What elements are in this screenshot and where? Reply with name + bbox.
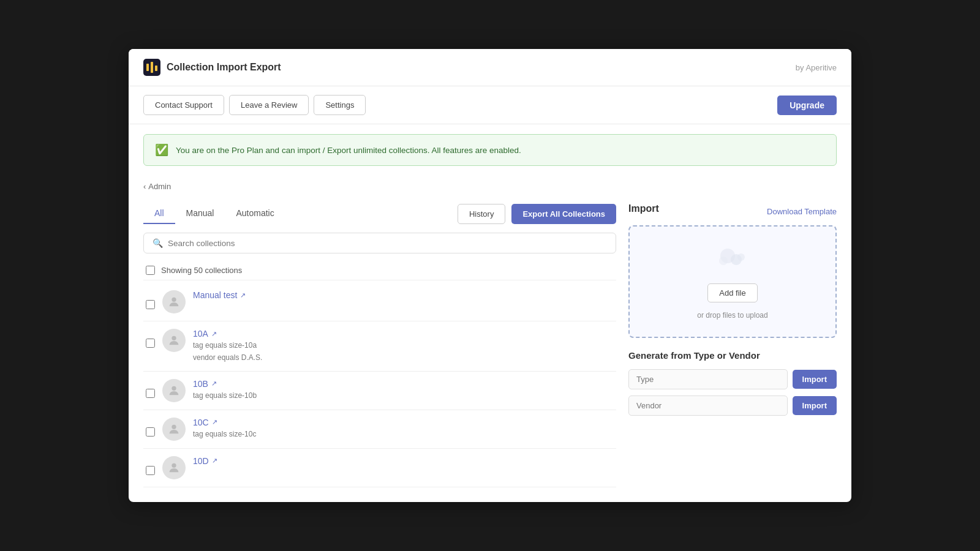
search-input[interactable] (168, 239, 607, 248)
pro-plan-banner: ✅ You are on the Pro Plan and can import… (143, 134, 837, 166)
collection-name-link[interactable]: 10A ↗ (193, 329, 614, 339)
history-button[interactable]: History (458, 204, 505, 224)
app-title: Collection Import Export (167, 62, 281, 73)
avatar (162, 379, 186, 402)
vendor-import-button[interactable]: Import (793, 396, 837, 415)
item-checkbox[interactable] (146, 300, 155, 309)
collection-info: 10B ↗ tag equals size-10b (193, 379, 614, 402)
collection-list: Manual test ↗ 10A ↗ (143, 283, 616, 487)
main-content: All Manual Automatic History Export All … (129, 193, 851, 501)
drop-hint-text: or drop files to upload (642, 311, 823, 320)
tab-manual[interactable]: Manual (175, 203, 225, 224)
collection-name-link[interactable]: 10B ↗ (193, 379, 614, 389)
select-all-checkbox[interactable] (146, 266, 155, 275)
search-bar[interactable]: 🔍 (143, 233, 616, 253)
vendor-row: Import (628, 395, 837, 416)
type-import-button[interactable]: Import (793, 370, 837, 389)
search-icon: 🔍 (153, 238, 163, 248)
app-branding: Collection Import Export (143, 59, 281, 76)
external-link-icon: ↗ (212, 418, 217, 426)
svg-point-12 (737, 253, 745, 261)
item-checkbox[interactable] (146, 389, 155, 398)
showing-count-row: Showing 50 collections (143, 261, 616, 280)
item-checkbox[interactable] (146, 427, 155, 437)
contact-support-button[interactable]: Contact Support (143, 95, 224, 115)
avatar (162, 456, 186, 479)
tab-all[interactable]: All (143, 203, 175, 224)
svg-rect-3 (155, 66, 157, 71)
list-item: 10A ↗ tag equals size-10avendor equals D… (143, 321, 616, 371)
external-link-icon: ↗ (211, 330, 217, 338)
upgrade-button[interactable]: Upgrade (777, 96, 837, 115)
avatar (162, 329, 186, 352)
collection-name-link[interactable]: 10C ↗ (193, 418, 614, 427)
svg-point-11 (719, 257, 728, 265)
generate-section: Generate from Type or Vendor Import Impo… (628, 350, 837, 416)
right-panel: Import Download Template Add file or dro… (628, 203, 837, 487)
collection-info: 10C ↗ tag equals size-10c (193, 418, 614, 440)
tabs-nav: All Manual Automatic (143, 203, 285, 224)
avatar (162, 418, 186, 441)
breadcrumb-label: Admin (148, 182, 171, 191)
type-input[interactable] (628, 369, 788, 389)
export-all-button[interactable]: Export All Collections (511, 204, 616, 224)
toolbar: Contact Support Leave a Review Settings … (129, 86, 851, 124)
add-file-button[interactable]: Add file (707, 283, 757, 302)
collection-meta: tag equals size-10avendor equals D.A.S. (193, 340, 614, 363)
app-header: Collection Import Export by Aperitive (129, 49, 851, 86)
vendor-input[interactable] (628, 395, 788, 416)
svg-rect-2 (151, 62, 153, 73)
brand-suffix: by Aperitive (796, 63, 837, 72)
collection-name-link[interactable]: 10D ↗ (193, 456, 614, 466)
list-item: 10D ↗ (143, 449, 616, 487)
svg-point-4 (172, 298, 176, 302)
banner-message: You are on the Pro Plan and can import /… (176, 146, 521, 155)
collection-info: 10D ↗ (193, 456, 614, 466)
collection-meta: tag equals size-10c (193, 429, 614, 440)
collection-meta: tag equals size-10b (193, 390, 614, 402)
collection-info: 10A ↗ tag equals size-10avendor equals D… (193, 329, 614, 363)
type-row: Import (628, 369, 837, 389)
upload-icon (642, 244, 823, 276)
tab-automatic[interactable]: Automatic (225, 203, 285, 224)
breadcrumb-arrow: ‹ (143, 182, 146, 191)
list-item: 10B ↗ tag equals size-10b (143, 372, 616, 410)
leave-review-button[interactable]: Leave a Review (229, 95, 309, 115)
showing-count-label: Showing 50 collections (161, 266, 242, 275)
svg-point-5 (172, 336, 176, 340)
external-link-icon: ↗ (240, 291, 246, 299)
tabs-row: All Manual Automatic History Export All … (143, 203, 616, 224)
avatar (162, 290, 186, 313)
check-circle-icon: ✅ (155, 143, 168, 157)
collection-info: Manual test ↗ (193, 290, 614, 300)
drop-zone[interactable]: Add file or drop files to upload (628, 225, 837, 338)
list-item: 10C ↗ tag equals size-10c (143, 410, 616, 449)
generate-title: Generate from Type or Vendor (628, 350, 837, 361)
download-template-link[interactable]: Download Template (767, 207, 837, 216)
left-panel: All Manual Automatic History Export All … (143, 203, 616, 487)
svg-rect-1 (146, 64, 149, 71)
svg-point-8 (172, 463, 176, 467)
import-section-header: Import Download Template (628, 203, 837, 219)
external-link-icon: ↗ (211, 380, 217, 388)
breadcrumb[interactable]: ‹ Admin (129, 176, 851, 193)
svg-point-7 (172, 424, 176, 429)
item-checkbox[interactable] (146, 339, 155, 348)
toolbar-buttons: Contact Support Leave a Review Settings (143, 95, 366, 115)
list-item: Manual test ↗ (143, 283, 616, 321)
collection-name-link[interactable]: Manual test ↗ (193, 290, 614, 300)
external-link-icon: ↗ (212, 457, 217, 465)
svg-point-6 (172, 386, 176, 390)
import-title: Import (628, 203, 659, 214)
app-logo-icon (143, 59, 160, 76)
tabs-actions: History Export All Collections (458, 204, 616, 224)
settings-button[interactable]: Settings (314, 95, 366, 115)
item-checkbox[interactable] (146, 466, 155, 475)
